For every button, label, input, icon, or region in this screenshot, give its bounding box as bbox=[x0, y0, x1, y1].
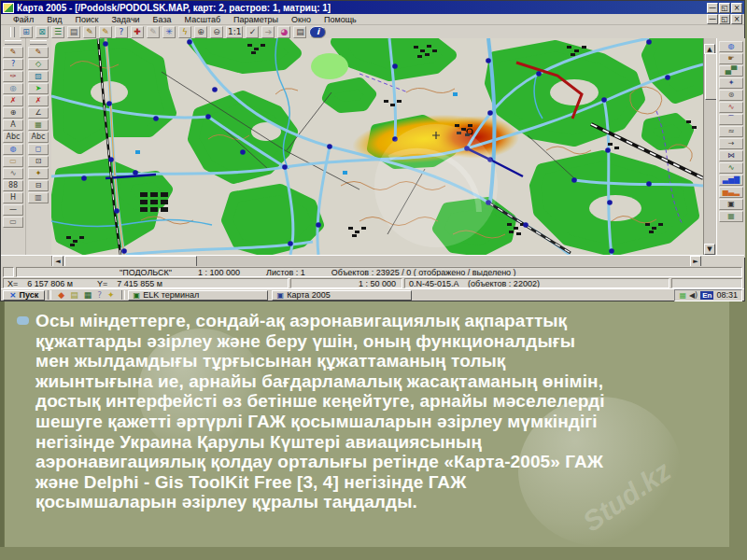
map-canvas[interactable] bbox=[51, 38, 703, 255]
eraser-button[interactable]: ▭ bbox=[3, 156, 23, 167]
tv-image-button[interactable]: ▣ bbox=[719, 199, 743, 210]
select-point-button[interactable]: ✎ bbox=[99, 26, 112, 38]
toolbar-grip[interactable] bbox=[10, 27, 15, 37]
hatch-fill-button[interactable]: ▦ bbox=[28, 119, 49, 131]
copy-frame-button[interactable]: ⊟ bbox=[28, 180, 49, 191]
viewfinder-button[interactable]: ◎ bbox=[3, 83, 23, 94]
status-bar-top: "ПОДОЛЬСК" 1 : 100 000 Листов : 1 Объект… bbox=[1, 266, 744, 277]
edit-pen-button[interactable]: ✎ bbox=[3, 47, 23, 58]
spectrum-button[interactable]: ▅▃▂ bbox=[719, 187, 743, 198]
close-button[interactable]: × bbox=[731, 3, 742, 13]
close-map-button[interactable]: ⊠ bbox=[35, 26, 49, 38]
menu-item[interactable]: База bbox=[147, 15, 178, 24]
angle-button[interactable]: ∠ bbox=[28, 107, 49, 119]
menu-item[interactable]: Масштаб bbox=[178, 15, 228, 24]
restore-button[interactable]: ◱ bbox=[719, 3, 730, 13]
model-3d-button[interactable]: ✦ bbox=[719, 77, 743, 89]
forward-button[interactable]: ➔ bbox=[261, 26, 275, 38]
image-button[interactable]: ▥ bbox=[28, 192, 49, 203]
scroll-down-button[interactable]: ▼ bbox=[704, 244, 715, 255]
ql-help-icon[interactable]: ? bbox=[97, 291, 102, 300]
print-button[interactable]: ▤ bbox=[293, 26, 306, 38]
tray-network-icon[interactable]: ▦ bbox=[679, 291, 686, 300]
ql-desktop-icon[interactable]: ▤ bbox=[70, 291, 78, 300]
language-indicator[interactable]: En bbox=[700, 291, 713, 300]
menu-item[interactable]: Задачи bbox=[105, 15, 146, 24]
text-abc-button[interactable]: Abc bbox=[3, 132, 23, 143]
marquee-button[interactable]: ◻ bbox=[28, 144, 49, 155]
map-passport-button[interactable]: ▤ bbox=[67, 26, 80, 38]
ql-tools-icon[interactable]: ✦ bbox=[107, 291, 115, 300]
lightning-button[interactable]: ϟ bbox=[178, 26, 191, 38]
wave-profile-button[interactable]: ≈ bbox=[719, 126, 743, 137]
h-symbol-button[interactable]: H bbox=[3, 192, 23, 203]
arrow-button[interactable]: ➤ bbox=[28, 83, 49, 94]
signal-plot-button[interactable]: ∿ bbox=[719, 162, 743, 174]
delete2-button[interactable]: ✗ bbox=[28, 95, 49, 106]
child-minimize-button[interactable]: — bbox=[707, 14, 718, 24]
histogram-button[interactable]: ▃▅▇ bbox=[719, 175, 743, 186]
taskbar: × Пуск ◆▤▦?✦ ▣ ELK терминал ▣ Карта 2005… bbox=[1, 288, 744, 301]
select-frame-button[interactable]: ✎ bbox=[147, 26, 160, 38]
spline-button[interactable]: ∿ bbox=[3, 168, 23, 179]
delete-object-button[interactable]: ✗ bbox=[3, 95, 23, 106]
ql-browser-icon[interactable]: ◆ bbox=[58, 291, 64, 300]
move-point-button[interactable]: ⊕ bbox=[3, 107, 23, 119]
star-button[interactable]: ✦ bbox=[28, 168, 49, 179]
relief-3d-button[interactable]: ▄▀ bbox=[719, 65, 743, 77]
select-add-button[interactable]: ✚ bbox=[131, 26, 144, 38]
task-karta-2005[interactable]: ▣ Карта 2005 bbox=[272, 290, 412, 301]
hand-select-button[interactable]: ☛ bbox=[719, 53, 743, 64]
profile-line-button[interactable]: ∿ bbox=[719, 102, 743, 113]
hatch-select-button[interactable]: ▨ bbox=[28, 71, 49, 82]
menu-item[interactable]: Параметры bbox=[227, 15, 285, 24]
toolbar-grip[interactable] bbox=[5, 40, 21, 45]
compass-rose-button[interactable]: ✳ bbox=[162, 26, 176, 38]
menu-item[interactable]: Поиск bbox=[68, 15, 105, 24]
text-abc2-button[interactable]: Abc bbox=[28, 132, 49, 143]
zoom-out-button[interactable]: ⊖ bbox=[210, 26, 223, 38]
vertical-scrollbar[interactable]: ▲ ▼ bbox=[703, 38, 717, 255]
paragraph-line: жиынтығына ие, арнайы бағдарламалық жаса… bbox=[35, 371, 704, 392]
child-restore-button[interactable]: ◱ bbox=[719, 14, 730, 24]
label-a-button[interactable]: A bbox=[3, 119, 23, 131]
scale-1-1-button[interactable]: 1:1 bbox=[226, 26, 243, 38]
ql-terminal-icon[interactable]: ▦ bbox=[84, 291, 92, 300]
rectangle-button[interactable]: ▭ bbox=[3, 217, 23, 228]
brush-button[interactable]: ✑ bbox=[3, 71, 23, 82]
menu-item[interactable]: Вид bbox=[40, 15, 68, 24]
line-button[interactable]: — bbox=[3, 204, 23, 216]
photo-map-button[interactable]: ▦ bbox=[719, 211, 743, 222]
node-button[interactable]: ⊡ bbox=[28, 156, 49, 167]
start-button[interactable]: × Пуск bbox=[3, 290, 45, 301]
edit-query-button[interactable]: ? bbox=[3, 59, 23, 70]
tray-volume-icon[interactable]: ◀) bbox=[689, 291, 698, 300]
open-map-button[interactable]: ⊞ bbox=[20, 26, 33, 38]
info-button[interactable]: i bbox=[309, 26, 326, 38]
palette-button[interactable]: ◕ bbox=[277, 26, 290, 38]
arc-profile-button[interactable]: ⌒ bbox=[719, 114, 743, 125]
child-close-button[interactable]: × bbox=[731, 14, 742, 24]
select-object-button[interactable]: ✎ bbox=[83, 26, 96, 38]
process-button[interactable]: ⊛ bbox=[719, 90, 743, 101]
grid-88-button[interactable]: 88 bbox=[3, 180, 23, 191]
toolbar-grip[interactable] bbox=[30, 40, 47, 45]
title-bar: Карта 2005 - [/Podolsk/PODOLSK.MAP, карт… bbox=[1, 1, 744, 14]
select-query-button[interactable]: ? bbox=[115, 26, 128, 38]
menu-item[interactable]: Окно bbox=[285, 15, 317, 24]
edit-pen2-button[interactable]: ✎ bbox=[28, 47, 49, 58]
task-elk-terminal[interactable]: ▣ ELK терминал bbox=[128, 290, 268, 301]
start-logo-icon: × bbox=[9, 290, 17, 300]
menu-item[interactable]: Файл bbox=[7, 15, 40, 24]
globe-view-button[interactable]: ◍ bbox=[719, 41, 743, 52]
select-list-button[interactable]: ✓ bbox=[246, 26, 259, 38]
globe-button[interactable]: ◍ bbox=[3, 144, 23, 155]
polygon-button[interactable]: ◇ bbox=[28, 59, 49, 70]
minimize-button[interactable]: — bbox=[707, 3, 718, 13]
zoom-in-button[interactable]: ⊕ bbox=[194, 26, 207, 38]
nodes-link-button[interactable]: ⋈ bbox=[719, 150, 743, 161]
route-points-button[interactable]: → bbox=[719, 138, 743, 149]
status-pad-right bbox=[671, 278, 742, 288]
map-layers-button[interactable]: ☰ bbox=[51, 26, 64, 38]
menu-item[interactable]: Помощь bbox=[317, 15, 363, 24]
